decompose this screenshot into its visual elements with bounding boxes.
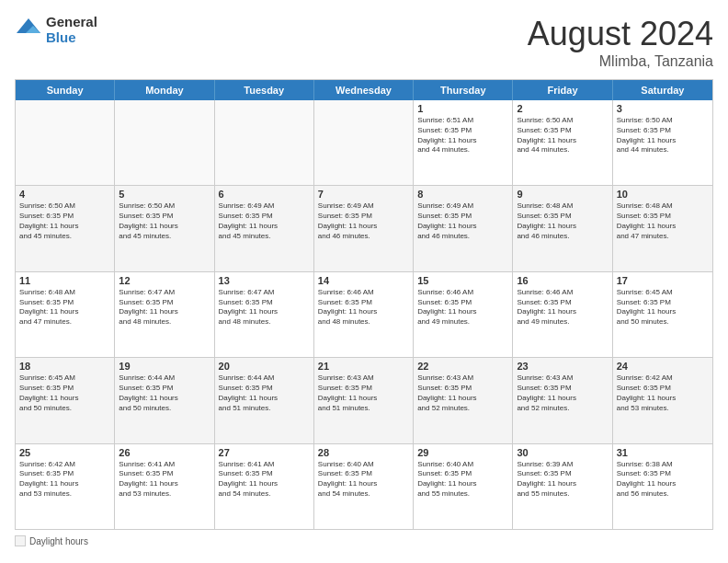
day-info: Sunrise: 6:40 AM Sunset: 6:35 PM Dayligh… [318, 460, 409, 500]
day-info: Sunrise: 6:40 AM Sunset: 6:35 PM Dayligh… [417, 460, 508, 500]
calendar-cell: 1Sunrise: 6:51 AM Sunset: 6:35 PM Daylig… [414, 100, 513, 185]
day-info: Sunrise: 6:43 AM Sunset: 6:35 PM Dayligh… [517, 373, 608, 413]
day-info: Sunrise: 6:47 AM Sunset: 6:35 PM Dayligh… [219, 288, 310, 327]
day-info: Sunrise: 6:39 AM Sunset: 6:35 PM Dayligh… [517, 460, 608, 500]
day-number: 11 [19, 275, 110, 286]
legend-box [15, 535, 26, 546]
calendar-cell [314, 100, 414, 185]
calendar-cell [16, 100, 115, 185]
logo-text: General Blue [46, 15, 97, 45]
logo-icon [15, 17, 42, 44]
day-info: Sunrise: 6:42 AM Sunset: 6:35 PM Dayligh… [19, 460, 110, 500]
day-number: 25 [19, 447, 110, 458]
calendar-cell: 27Sunrise: 6:41 AM Sunset: 6:35 PM Dayli… [215, 444, 314, 529]
day-number: 6 [219, 189, 310, 200]
day-number: 18 [19, 361, 110, 372]
calendar-cell: 2Sunrise: 6:50 AM Sunset: 6:35 PM Daylig… [513, 100, 612, 185]
day-number: 8 [417, 189, 508, 200]
day-number: 26 [119, 447, 210, 458]
day-number: 24 [617, 361, 709, 372]
day-info: Sunrise: 6:41 AM Sunset: 6:35 PM Dayligh… [119, 460, 210, 500]
calendar-cell: 5Sunrise: 6:50 AM Sunset: 6:35 PM Daylig… [115, 186, 214, 270]
day-info: Sunrise: 6:42 AM Sunset: 6:35 PM Dayligh… [617, 373, 709, 413]
day-info: Sunrise: 6:48 AM Sunset: 6:35 PM Dayligh… [617, 201, 709, 241]
calendar-cell: 28Sunrise: 6:40 AM Sunset: 6:35 PM Dayli… [314, 444, 414, 529]
day-info: Sunrise: 6:43 AM Sunset: 6:35 PM Dayligh… [318, 373, 409, 413]
day-number: 29 [417, 447, 508, 458]
logo: General Blue [15, 15, 97, 45]
day-number: 28 [318, 447, 409, 458]
day-info: Sunrise: 6:45 AM Sunset: 6:35 PM Dayligh… [617, 288, 709, 327]
day-number: 4 [19, 189, 110, 200]
logo-blue: Blue [46, 30, 97, 46]
title-area: August 2024 Mlimba, Tanzania [528, 15, 713, 70]
day-info: Sunrise: 6:48 AM Sunset: 6:35 PM Dayligh… [19, 288, 110, 327]
calendar-cell: 30Sunrise: 6:39 AM Sunset: 6:35 PM Dayli… [513, 444, 612, 529]
calendar-cell: 15Sunrise: 6:46 AM Sunset: 6:35 PM Dayli… [414, 272, 513, 357]
day-info: Sunrise: 6:46 AM Sunset: 6:35 PM Dayligh… [517, 288, 608, 327]
day-number: 2 [517, 103, 608, 114]
calendar-cell: 26Sunrise: 6:41 AM Sunset: 6:35 PM Dayli… [115, 444, 214, 529]
day-info: Sunrise: 6:50 AM Sunset: 6:35 PM Dayligh… [19, 201, 110, 241]
day-number: 14 [318, 275, 409, 286]
day-info: Sunrise: 6:50 AM Sunset: 6:35 PM Dayligh… [119, 201, 210, 241]
calendar-row: 1Sunrise: 6:51 AM Sunset: 6:35 PM Daylig… [16, 100, 712, 185]
day-info: Sunrise: 6:46 AM Sunset: 6:35 PM Dayligh… [417, 288, 508, 327]
day-number: 7 [318, 189, 409, 200]
calendar-header: SundayMondayTuesdayWednesdayThursdayFrid… [16, 80, 712, 100]
day-info: Sunrise: 6:50 AM Sunset: 6:35 PM Dayligh… [517, 116, 608, 155]
calendar-cell: 9Sunrise: 6:48 AM Sunset: 6:35 PM Daylig… [513, 186, 612, 270]
calendar-cell: 14Sunrise: 6:46 AM Sunset: 6:35 PM Dayli… [314, 272, 414, 357]
calendar-cell: 31Sunrise: 6:38 AM Sunset: 6:35 PM Dayli… [613, 444, 712, 529]
legend-item: Daylight hours [15, 535, 88, 546]
day-info: Sunrise: 6:45 AM Sunset: 6:35 PM Dayligh… [19, 373, 110, 413]
day-number: 15 [417, 275, 508, 286]
day-number: 10 [617, 189, 709, 200]
page: General Blue August 2024 Mlimba, Tanzani… [0, 0, 728, 563]
logo-general: General [46, 15, 97, 30]
calendar-cell: 20Sunrise: 6:44 AM Sunset: 6:35 PM Dayli… [215, 358, 314, 442]
calendar-cell [115, 100, 214, 185]
calendar-cell: 6Sunrise: 6:49 AM Sunset: 6:35 PM Daylig… [215, 186, 314, 270]
calendar-cell: 11Sunrise: 6:48 AM Sunset: 6:35 PM Dayli… [16, 272, 115, 357]
day-number: 20 [219, 361, 310, 372]
day-number: 13 [219, 275, 310, 286]
day-info: Sunrise: 6:47 AM Sunset: 6:35 PM Dayligh… [119, 288, 210, 327]
calendar-cell: 29Sunrise: 6:40 AM Sunset: 6:35 PM Dayli… [414, 444, 513, 529]
legend: Daylight hours [15, 535, 713, 548]
day-number: 21 [318, 361, 409, 372]
calendar-cell: 25Sunrise: 6:42 AM Sunset: 6:35 PM Dayli… [16, 444, 115, 529]
calendar-cell: 22Sunrise: 6:43 AM Sunset: 6:35 PM Dayli… [414, 358, 513, 442]
location-title: Mlimba, Tanzania [528, 53, 713, 70]
day-info: Sunrise: 6:48 AM Sunset: 6:35 PM Dayligh… [517, 201, 608, 241]
header: General Blue August 2024 Mlimba, Tanzani… [15, 15, 713, 70]
calendar-row: 4Sunrise: 6:50 AM Sunset: 6:35 PM Daylig… [16, 185, 712, 270]
calendar-cell: 7Sunrise: 6:49 AM Sunset: 6:35 PM Daylig… [314, 186, 414, 270]
header-cell-saturday: Saturday [613, 80, 712, 100]
day-info: Sunrise: 6:51 AM Sunset: 6:35 PM Dayligh… [417, 116, 508, 155]
day-info: Sunrise: 6:43 AM Sunset: 6:35 PM Dayligh… [417, 373, 508, 413]
header-cell-monday: Monday [115, 80, 214, 100]
calendar-cell: 16Sunrise: 6:46 AM Sunset: 6:35 PM Dayli… [513, 272, 612, 357]
day-number: 22 [417, 361, 508, 372]
day-number: 17 [617, 275, 709, 286]
day-number: 9 [517, 189, 608, 200]
day-info: Sunrise: 6:49 AM Sunset: 6:35 PM Dayligh… [417, 201, 508, 241]
calendar-cell: 17Sunrise: 6:45 AM Sunset: 6:35 PM Dayli… [613, 272, 712, 357]
calendar-cell: 10Sunrise: 6:48 AM Sunset: 6:35 PM Dayli… [613, 186, 712, 270]
day-number: 27 [219, 447, 310, 458]
calendar-cell: 19Sunrise: 6:44 AM Sunset: 6:35 PM Dayli… [115, 358, 214, 442]
legend-label: Daylight hours [29, 536, 88, 546]
calendar-cell: 18Sunrise: 6:45 AM Sunset: 6:35 PM Dayli… [16, 358, 115, 442]
calendar: SundayMondayTuesdayWednesdayThursdayFrid… [15, 79, 713, 530]
day-info: Sunrise: 6:49 AM Sunset: 6:35 PM Dayligh… [219, 201, 310, 241]
day-info: Sunrise: 6:50 AM Sunset: 6:35 PM Dayligh… [617, 116, 709, 155]
calendar-cell: 21Sunrise: 6:43 AM Sunset: 6:35 PM Dayli… [314, 358, 414, 442]
calendar-cell: 13Sunrise: 6:47 AM Sunset: 6:35 PM Dayli… [215, 272, 314, 357]
calendar-cell: 24Sunrise: 6:42 AM Sunset: 6:35 PM Dayli… [613, 358, 712, 442]
calendar-row: 18Sunrise: 6:45 AM Sunset: 6:35 PM Dayli… [16, 357, 712, 442]
day-number: 1 [417, 103, 508, 114]
day-info: Sunrise: 6:44 AM Sunset: 6:35 PM Dayligh… [119, 373, 210, 413]
day-number: 16 [517, 275, 608, 286]
day-number: 19 [119, 361, 210, 372]
